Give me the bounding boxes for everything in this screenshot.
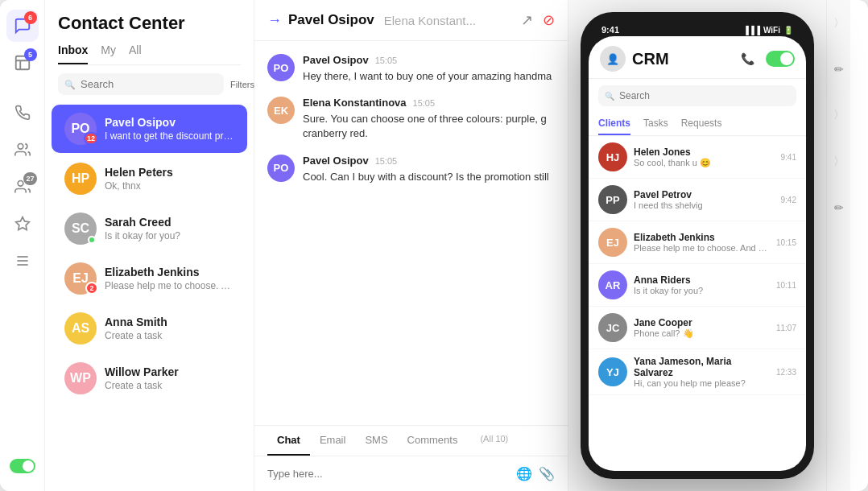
share-icon[interactable]: ↗ — [521, 11, 533, 29]
chat-input[interactable] — [267, 468, 508, 480]
nav-icon-settings[interactable] — [6, 245, 39, 277]
avatar-wrap: AS — [64, 312, 97, 345]
crm-item-info: Anna Riders Is it okay for you? — [634, 274, 770, 295]
chevron-2[interactable]: 〉 — [833, 108, 845, 122]
tab-inbox[interactable]: Inbox — [58, 43, 88, 64]
chat-input-area: ChatEmailSMSComments(All 10) 🌐 📎 — [254, 425, 568, 491]
crm-status-toggle[interactable] — [766, 51, 795, 67]
chevron-1[interactable]: 〉 — [833, 16, 845, 31]
pencil-icon-2[interactable]: ✏ — [834, 201, 844, 214]
contact-info: Sarah Creed Is it okay for you? — [105, 216, 234, 241]
crm-item-avatar: YJ — [598, 357, 627, 386]
crm-list-item[interactable]: AR Anna Riders Is it okay for you? 10:11 — [589, 264, 806, 307]
crm-tab-tasks[interactable]: Tasks — [643, 113, 668, 135]
inbox-tab-row: Inbox My All — [58, 43, 241, 65]
message-row: PO Pavel Osipov 15:05 Cool. Can I buy wi… — [267, 155, 555, 184]
crm-list-item[interactable]: YJ Yana Jameson, Maria Salvarez Hi, can … — [589, 349, 806, 395]
message-row: PO Pavel Osipov 15:05 Hey there, I want … — [267, 54, 555, 84]
contact-item[interactable]: HP Helen Peters Ok, thnx — [52, 155, 247, 203]
chat-tab-count: (All 10) — [470, 426, 518, 456]
pencil-icon-1[interactable]: ✏ — [834, 63, 844, 76]
contact-name: Willow Parker — [105, 365, 234, 378]
crm-list-item[interactable]: HJ Helen Jones So cool, thank u 😊 9:41 — [589, 136, 806, 179]
online-indicator — [88, 236, 96, 244]
nav-icon-team[interactable]: 27 — [6, 171, 39, 203]
nav-badge-team: 27 — [23, 172, 36, 185]
message-sender: Pavel Osipov — [303, 54, 369, 66]
attach-icon[interactable]: 📎 — [539, 466, 555, 481]
message-sender: Elena Konstantinova — [303, 97, 407, 109]
crm-item-avatar: AR — [598, 270, 627, 299]
contact-avatar: AS — [64, 312, 97, 345]
crm-item-time: 9:42 — [781, 196, 796, 204]
crm-search-input[interactable] — [598, 85, 796, 106]
phone-mockup-area: 9:41 ▐▐▐ WiFi 🔋 👤 CRM 📞 — [568, 0, 826, 491]
message-meta: Elena Konstantinova 15:05 — [303, 97, 555, 109]
app-container: 6 5 — [0, 0, 868, 491]
message-row: EK Elena Konstantinova 15:05 Sure. You c… — [267, 97, 555, 141]
chat-tab-sms[interactable]: SMS — [355, 426, 397, 456]
battery-icon: 🔋 — [783, 26, 793, 35]
crm-app-avatar: 👤 — [600, 46, 626, 72]
crm-item-name: Jane Cooper — [634, 317, 770, 328]
avatar-wrap: EJ 2 — [64, 262, 97, 295]
contact-avatar: HP — [64, 163, 97, 195]
contact-name: Elizabeth Jenkins — [105, 266, 234, 279]
page-title: Contact Center — [58, 13, 241, 34]
crm-phone-icon[interactable]: 📞 — [741, 52, 754, 65]
crm-item-time: 10:11 — [776, 281, 796, 290]
chevron-3[interactable]: 〉 — [833, 155, 845, 169]
message-text: Hey there, I want to buy one of your ama… — [303, 69, 555, 84]
crm-item-avatar: PP — [598, 185, 627, 214]
tab-all[interactable]: All — [129, 43, 142, 64]
crm-item-avatar: HJ — [598, 142, 627, 171]
contact-preview: Is it okay for you? — [105, 230, 234, 241]
nav-sidebar: 6 5 — [0, 0, 45, 491]
chat-tab-comments[interactable]: Comments — [398, 426, 468, 456]
contact-avatar: WP — [64, 362, 97, 394]
contact-item[interactable]: PO 12 Pavel Osipov I want to get the dis… — [52, 105, 247, 153]
contact-item[interactable]: AS Anna Smith Create a task — [52, 304, 247, 353]
block-icon[interactable]: ⊘ — [543, 11, 555, 29]
crm-item-name: Helen Jones — [634, 146, 775, 158]
crm-list-item[interactable]: PP Pavel Petrov I need ths shelvig 9:42 — [589, 179, 806, 221]
chat-tab-email[interactable]: Email — [310, 426, 356, 456]
contact-item[interactable]: WP Willow Parker Create a task — [52, 354, 247, 402]
crm-list-item[interactable]: JC Jane Cooper Phone call? 👋 11:07 — [589, 307, 806, 349]
chat-messages: PO Pavel Osipov 15:05 Hey there, I want … — [254, 41, 568, 425]
message-avatar: PO — [267, 54, 295, 81]
contact-name: Pavel Osipov — [105, 116, 234, 129]
nav-icon-pages[interactable]: 5 — [6, 47, 39, 79]
phone-frame: 9:41 ▐▐▐ WiFi 🔋 👤 CRM 📞 — [581, 12, 814, 479]
search-input[interactable] — [58, 73, 224, 95]
contact-item[interactable]: EJ 2 Elizabeth Jenkins Please help me to… — [52, 254, 247, 303]
tab-my[interactable]: My — [101, 43, 116, 64]
message-content: Pavel Osipov 15:05 Cool. Can I buy with … — [303, 155, 555, 184]
avatar-wrap: WP — [64, 362, 97, 394]
contact-panel-header: Contact Center Inbox My All — [45, 0, 254, 65]
contact-badge: 12 — [84, 132, 98, 145]
nav-icon-contacts[interactable] — [6, 134, 39, 166]
chat-contact-sub: Elena Konstant... — [384, 14, 476, 27]
translate-icon[interactable]: 🌐 — [516, 466, 532, 481]
nav-status-toggle[interactable] — [10, 459, 35, 473]
nav-badge-pages: 5 — [24, 48, 37, 61]
crm-tab-clients[interactable]: Clients — [598, 113, 630, 135]
contact-badge: 2 — [85, 282, 98, 295]
nav-icon-chat[interactable]: 6 — [6, 10, 39, 42]
nav-icon-phone[interactable] — [6, 97, 39, 129]
chat-tab-chat[interactable]: Chat — [267, 426, 310, 456]
crm-item-preview: Is it okay for you? — [634, 286, 770, 295]
svg-marker-3 — [15, 217, 29, 230]
svg-point-2 — [18, 181, 23, 187]
chat-input-box: 🌐 📎 — [254, 456, 568, 491]
contact-item[interactable]: SC Sarah Creed Is it okay for you? — [52, 204, 247, 253]
phone-time: 9:41 — [601, 25, 619, 35]
nav-icon-crown[interactable] — [6, 208, 39, 240]
crm-item-preview: I need ths shelvig — [634, 200, 775, 210]
crm-list-item[interactable]: EJ Elizabeth Jenkins Please help me to c… — [589, 221, 806, 264]
contact-preview: Please help me to choose. And do you del… — [105, 280, 234, 291]
message-meta: Pavel Osipov 15:05 — [303, 54, 555, 66]
crm-tab-requests[interactable]: Requests — [681, 113, 722, 135]
chat-arrow-icon: → — [267, 12, 282, 29]
